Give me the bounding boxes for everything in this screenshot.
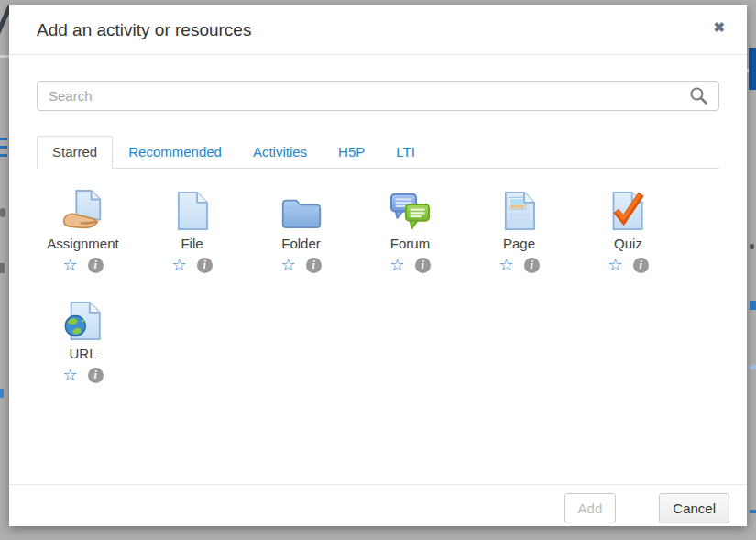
activity-label: Quiz xyxy=(614,236,642,252)
activity-actions: ☆ i xyxy=(171,257,212,273)
info-icon[interactable]: i xyxy=(633,258,649,273)
info-icon[interactable]: i xyxy=(524,258,540,273)
star-icon[interactable]: ☆ xyxy=(62,258,77,273)
star-icon[interactable]: ☆ xyxy=(499,258,513,273)
tab-starred[interactable]: Starred xyxy=(37,136,113,169)
quiz-icon xyxy=(609,185,648,231)
dialog-footer: Add Cancel xyxy=(9,484,747,526)
backdrop-fragment xyxy=(750,510,756,513)
file-icon xyxy=(175,185,209,231)
activity-label: Forum xyxy=(390,236,430,252)
star-icon[interactable]: ☆ xyxy=(389,258,404,273)
activity-actions: ☆ i xyxy=(499,257,539,273)
assignment-icon xyxy=(61,185,105,231)
search-input[interactable] xyxy=(37,81,719,111)
backdrop-fragment xyxy=(0,55,9,58)
info-icon[interactable]: i xyxy=(415,258,431,273)
modal-backdrop: Add an activity or resources ✖ Starred R… xyxy=(0,0,756,540)
info-icon[interactable]: i xyxy=(88,258,104,273)
backdrop-fragment xyxy=(0,389,4,398)
activity-label: URL xyxy=(69,346,96,362)
star-icon[interactable]: ☆ xyxy=(62,368,77,383)
backdrop-fragment xyxy=(750,365,756,369)
tab-activities[interactable]: Activities xyxy=(237,136,323,169)
forum-icon xyxy=(389,185,432,231)
backdrop-fragment xyxy=(0,208,5,217)
close-icon: ✖ xyxy=(713,19,725,35)
activity-label: Folder xyxy=(281,236,321,252)
add-button[interactable]: Add xyxy=(564,493,617,523)
activity-actions: ☆ i xyxy=(62,367,103,383)
activity-actions: ☆ i xyxy=(608,257,648,273)
add-activity-dialog: Add an activity or resources ✖ Starred R… xyxy=(9,5,747,526)
tab-lti[interactable]: LTI xyxy=(380,136,431,169)
activity-actions: ☆ i xyxy=(280,257,321,273)
tab-recommended[interactable]: Recommended xyxy=(113,136,237,169)
activity-item-file[interactable]: File ☆ i xyxy=(137,185,247,273)
activity-item-page[interactable]: Page ☆ i xyxy=(465,185,574,273)
activity-actions: ☆ i xyxy=(389,257,430,273)
activity-item-folder[interactable]: Folder ☆ i xyxy=(247,185,356,273)
activity-item-quiz[interactable]: Quiz ☆ i xyxy=(574,185,683,273)
activity-actions: ☆ i xyxy=(62,257,103,273)
page-icon xyxy=(502,185,536,231)
info-icon[interactable]: i xyxy=(88,368,104,383)
close-button[interactable]: ✖ xyxy=(709,18,729,36)
search-box xyxy=(37,81,719,111)
info-icon[interactable]: i xyxy=(306,258,322,273)
dialog-header: Add an activity or resources ✖ xyxy=(9,5,747,55)
activity-item-url[interactable]: URL ☆ i xyxy=(28,295,137,383)
activity-label: File xyxy=(181,236,203,252)
category-tabs: Starred Recommended Activities H5P LTI xyxy=(37,136,719,169)
backdrop-fragment xyxy=(750,301,756,310)
tab-h5p[interactable]: H5P xyxy=(323,136,380,169)
star-icon[interactable]: ☆ xyxy=(608,258,622,273)
folder-icon xyxy=(280,185,323,231)
activity-grid: Assignment ☆ i xyxy=(28,169,719,405)
backdrop-fragment xyxy=(0,154,7,157)
activity-item-forum[interactable]: Forum ☆ i xyxy=(356,185,465,273)
dialog-title: Add an activity or resources xyxy=(37,18,251,42)
activity-label: Page xyxy=(503,236,535,252)
backdrop-fragment xyxy=(0,146,7,149)
url-icon xyxy=(64,295,102,341)
star-icon[interactable]: ☆ xyxy=(171,258,186,273)
backdrop-fragment xyxy=(749,48,756,90)
cancel-button[interactable]: Cancel xyxy=(659,493,729,523)
backdrop-fragment xyxy=(0,138,7,140)
backdrop-fragment xyxy=(750,244,754,249)
info-icon[interactable]: i xyxy=(197,258,213,273)
activity-label: Assignment xyxy=(47,236,118,252)
backdrop-fragment xyxy=(0,263,5,273)
dialog-body: Starred Recommended Activities H5P LTI xyxy=(9,55,747,484)
activity-item-assignment[interactable]: Assignment ☆ i xyxy=(28,185,137,273)
star-icon[interactable]: ☆ xyxy=(280,258,295,273)
